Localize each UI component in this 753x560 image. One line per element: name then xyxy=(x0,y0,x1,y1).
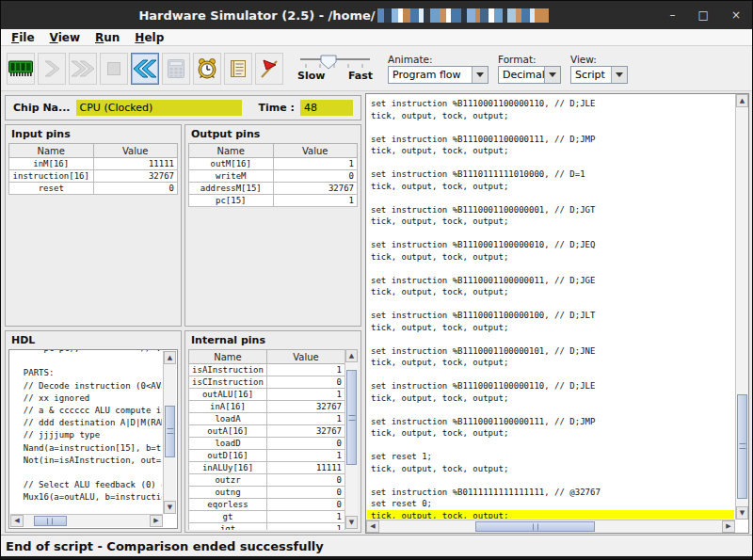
maximize-button[interactable]: □ xyxy=(698,9,709,21)
pin-row: reset 0 xyxy=(9,183,178,195)
red-flag-icon xyxy=(258,58,280,79)
scrollbar-thumb[interactable] xyxy=(34,516,67,526)
script-line xyxy=(371,121,734,134)
script-button[interactable] xyxy=(224,53,252,85)
pin-value[interactable]: 0 xyxy=(267,499,345,511)
script-line xyxy=(371,228,734,240)
pin-value[interactable]: 32767 xyxy=(267,425,345,438)
pin-value[interactable]: 1 xyxy=(267,511,345,523)
pin-value[interactable]: 1 xyxy=(267,413,345,425)
output-pins-table: Name Value outM[16] 1 writeM 0 addressM[… xyxy=(188,143,358,207)
menu-item[interactable]: Help xyxy=(127,31,171,44)
script-line: tick, output, tock, output; xyxy=(371,392,734,405)
hdl-panel: HDL pc=pc); // ... PARTS: // Decode inst… xyxy=(5,330,182,533)
memory-chip-icon xyxy=(8,58,33,79)
script-line: tick, output, tock, output; xyxy=(371,181,734,193)
pin-row: jgt 1 xyxy=(189,523,345,531)
pin-name: isCInstruction xyxy=(189,376,267,389)
pin-row: addressM[15] 32767 xyxy=(189,183,358,195)
pin-value[interactable]: 32767 xyxy=(93,170,178,183)
scrollbar-thumb[interactable] xyxy=(737,394,747,498)
hdl-line: pc=pc); // ... xyxy=(13,349,162,355)
stop-button[interactable] xyxy=(100,53,128,85)
script-vertical-scrollbar[interactable] xyxy=(735,94,748,520)
pin-row: outzr 0 xyxy=(189,474,345,487)
run-button[interactable] xyxy=(69,53,97,85)
pin-value[interactable]: 0 xyxy=(273,170,358,183)
script-line: tick, output, tock, output; xyxy=(367,510,734,520)
minimize-button[interactable]: – xyxy=(670,9,676,21)
script-line: tick, output, tock, output; xyxy=(371,216,734,228)
pin-value[interactable]: 0 xyxy=(267,376,345,389)
view-select[interactable]: Script xyxy=(570,66,628,84)
scroll-up-icon[interactable] xyxy=(345,349,358,362)
hdl-line: // jjjjump type xyxy=(13,429,162,441)
pin-value[interactable]: 32767 xyxy=(273,183,358,195)
pin-value[interactable]: 1 xyxy=(267,450,345,462)
speed-slider[interactable]: Slow Fast xyxy=(297,55,373,82)
pin-value[interactable]: 1 xyxy=(273,158,358,170)
animate-select[interactable]: Program flow xyxy=(388,66,489,84)
menu-item[interactable]: View xyxy=(42,31,88,44)
pin-name: loadD xyxy=(189,438,267,450)
script-line: tick, output, tock, output; xyxy=(371,145,734,157)
script-line: set instruction %B1110001100000001, // D… xyxy=(371,204,734,216)
rewind-button[interactable] xyxy=(131,53,159,85)
scroll-down-icon[interactable] xyxy=(345,516,358,529)
scrollbar-thumb[interactable] xyxy=(346,370,357,465)
script-view[interactable]: set instruction %B1110001100000110, // D… xyxy=(367,95,734,519)
app-window: Hardware Simulator (2.5) - /home/ – □ × … xyxy=(0,0,753,560)
scroll-right-icon[interactable] xyxy=(722,520,735,533)
load-chip-button[interactable] xyxy=(7,53,35,85)
pin-name: outzr xyxy=(189,474,267,487)
pin-value[interactable]: 0 xyxy=(267,487,345,499)
chip-name-field[interactable]: CPU (Clocked) xyxy=(76,100,242,116)
calculator-button[interactable] xyxy=(162,53,190,85)
chevron-down-icon[interactable] xyxy=(472,67,488,83)
format-select[interactable]: Decimal xyxy=(498,66,561,84)
scroll-left-icon[interactable] xyxy=(10,515,24,527)
pin-value[interactable]: 1 xyxy=(267,364,345,376)
pin-value[interactable]: 11111 xyxy=(267,462,345,474)
hdl-vertical-scrollbar[interactable] xyxy=(163,351,176,514)
pin-value[interactable]: 0 xyxy=(267,438,345,450)
slider-labels: Slow Fast xyxy=(297,70,373,82)
scroll-up-icon[interactable] xyxy=(736,94,748,107)
pin-value[interactable]: 1 xyxy=(273,195,358,207)
scroll-down-icon[interactable] xyxy=(164,501,176,514)
script-horizontal-scrollbar[interactable] xyxy=(366,520,735,533)
scrollbar-thumb[interactable] xyxy=(165,406,175,457)
window-controls: – □ × xyxy=(670,1,741,29)
single-step-button[interactable] xyxy=(38,53,66,85)
pin-row: gt 1 xyxy=(189,511,345,523)
chevron-down-icon[interactable] xyxy=(544,67,560,83)
script-line xyxy=(371,298,734,311)
pin-value[interactable]: 0 xyxy=(267,474,345,487)
hdl-horizontal-scrollbar[interactable] xyxy=(10,514,163,527)
menu-item[interactable]: File xyxy=(4,31,42,44)
scroll-up-icon[interactable] xyxy=(164,351,176,364)
pin-value[interactable]: 1 xyxy=(267,523,345,531)
chevron-down-icon[interactable] xyxy=(611,67,627,83)
pin-value[interactable]: 1 xyxy=(267,389,345,401)
scroll-down-icon[interactable] xyxy=(736,506,748,520)
script-line: set instruction %B1110001100000110, // D… xyxy=(371,380,734,392)
pin-value[interactable]: 0 xyxy=(93,183,178,195)
pin-value[interactable]: 32767 xyxy=(267,401,345,413)
clock-button[interactable] xyxy=(193,53,221,85)
hdl-line: PARTS: xyxy=(13,367,162,379)
menu-item[interactable]: Run xyxy=(88,31,127,44)
pin-row: outM[16] 1 xyxy=(189,158,358,170)
internal-pins-scrollbar[interactable] xyxy=(344,349,358,529)
breakpoint-button[interactable] xyxy=(255,53,283,85)
hdl-code-view[interactable]: pc=pc); // ... PARTS: // Decode instruct… xyxy=(8,349,178,529)
pin-value[interactable]: 11111 xyxy=(93,158,178,170)
slider-fast-label: Fast xyxy=(348,70,373,82)
internal-pins-panel: Internal pins Name Value isAInstruction … xyxy=(184,330,361,533)
window-title: Hardware Simulator (2.5) - /home/ xyxy=(138,8,614,23)
scroll-left-icon[interactable] xyxy=(366,520,379,533)
scroll-right-icon[interactable] xyxy=(150,515,163,527)
script-line: set instruction %B1110001100000111, // D… xyxy=(371,416,734,428)
close-button[interactable]: × xyxy=(731,9,741,21)
scrollbar-thumb[interactable] xyxy=(475,521,595,532)
